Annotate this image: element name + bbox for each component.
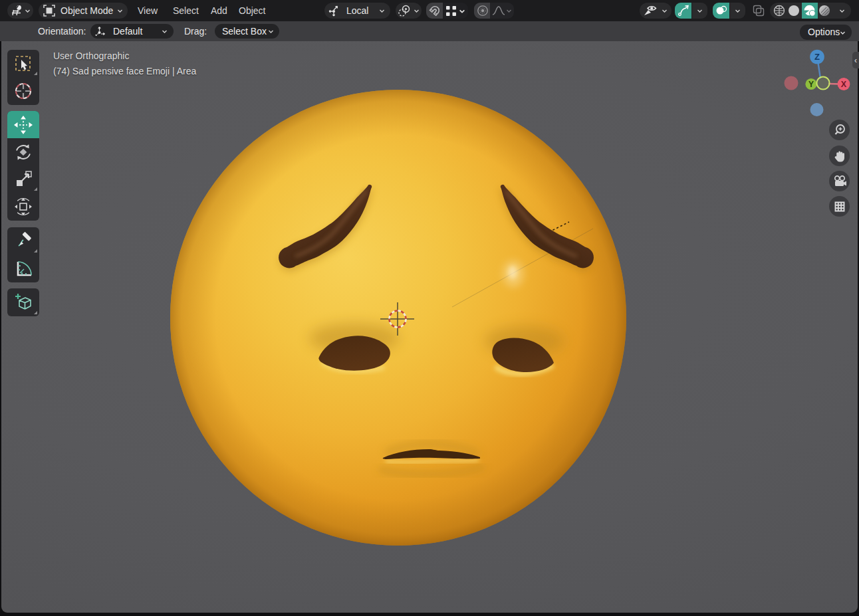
svg-text:Y: Y <box>808 80 814 89</box>
svg-text:Z: Z <box>814 52 820 62</box>
svg-text:X: X <box>841 80 847 89</box>
